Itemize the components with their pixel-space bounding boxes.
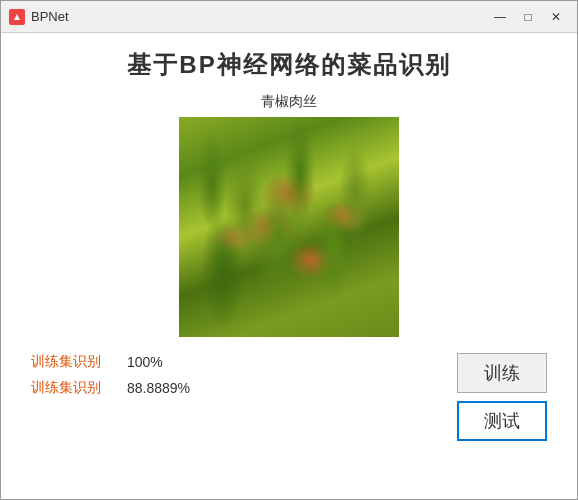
stat-value-1: 100%	[127, 354, 163, 370]
food-image-visual	[179, 117, 399, 337]
stat-row-1: 训练集识别 100%	[31, 353, 437, 371]
stat-value-2: 88.8889%	[127, 380, 190, 396]
window-controls: — □ ✕	[487, 6, 569, 28]
buttons-section: 训练 测试	[457, 353, 547, 441]
food-image	[179, 117, 399, 337]
main-window: ▲ BPNet — □ ✕ 基于BP神经网络的菜品识别 青椒肉丝 训练集识别 1…	[0, 0, 578, 500]
app-icon: ▲	[9, 9, 25, 25]
main-content: 基于BP神经网络的菜品识别 青椒肉丝 训练集识别 100% 训练集识别 88.8…	[1, 33, 577, 499]
title-bar: ▲ BPNet — □ ✕	[1, 1, 577, 33]
close-button[interactable]: ✕	[543, 6, 569, 28]
stats-section: 训练集识别 100% 训练集识别 88.8889%	[31, 353, 437, 397]
page-title: 基于BP神经网络的菜品识别	[127, 49, 450, 81]
test-button[interactable]: 测试	[457, 401, 547, 441]
stat-label-1: 训练集识别	[31, 353, 111, 371]
stat-row-2: 训练集识别 88.8889%	[31, 379, 437, 397]
stat-label-2: 训练集识别	[31, 379, 111, 397]
window-title: BPNet	[31, 9, 487, 24]
image-caption: 青椒肉丝	[261, 93, 317, 111]
minimize-button[interactable]: —	[487, 6, 513, 28]
bottom-section: 训练集识别 100% 训练集识别 88.8889% 训练 测试	[21, 353, 557, 441]
train-button[interactable]: 训练	[457, 353, 547, 393]
maximize-button[interactable]: □	[515, 6, 541, 28]
